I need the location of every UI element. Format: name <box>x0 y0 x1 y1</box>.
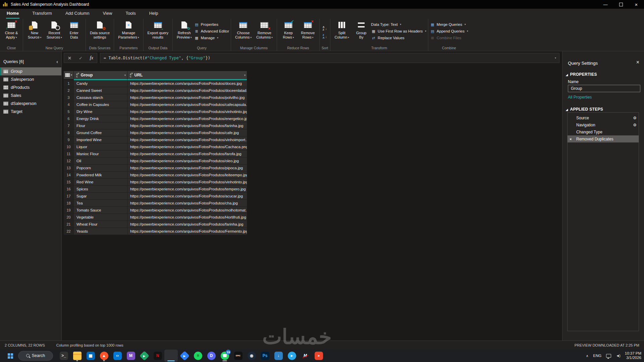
url-cell[interactable]: https://powerbiexperience.com/arquivos/F… <box>127 115 247 122</box>
url-cell[interactable]: https://powerbiexperience.com/arquivos/F… <box>127 179 247 186</box>
group-cell[interactable]: Imported Wine <box>74 136 127 143</box>
use-first-row-as-headers-button[interactable]: ▦ Use First Row as Headers▾ <box>371 28 426 34</box>
split-column-button[interactable]: SplitColumn▾ <box>332 19 352 41</box>
row-number-cell[interactable]: 14 <box>64 172 74 179</box>
close-and-apply-button[interactable]: ×↑ Close &Apply▾ <box>2 19 21 41</box>
status-profiling[interactable]: Column profiling based on top 1000 rows <box>56 343 123 347</box>
row-number-cell[interactable]: 4 <box>64 101 74 108</box>
applied-step[interactable]: Navigation ⚙ <box>568 121 639 128</box>
query-list-item[interactable]: Sales <box>0 92 61 100</box>
photoshop-icon[interactable]: Ps <box>258 350 272 362</box>
query-list-item[interactable]: dSalesperson <box>0 100 61 108</box>
append-queries-button[interactable]: ▤ Append Queries▾ <box>430 28 468 34</box>
formula-input[interactable]: = Table.Distinct(#"Changed Type", {"Grou… <box>100 53 559 63</box>
row-number-cell[interactable]: 8 <box>64 129 74 136</box>
url-cell[interactable]: https://powerbiexperience.com/arquivos/F… <box>127 207 247 214</box>
group-cell[interactable]: Flour <box>74 122 127 129</box>
group-cell[interactable]: Ground Coffee <box>74 129 127 136</box>
group-cell[interactable]: Oil <box>74 158 127 165</box>
url-cell[interactable]: https://powerbiexperience.com/arquivos/F… <box>127 108 247 115</box>
merge-queries-button[interactable]: ▦ Merge Queries▾ <box>430 21 468 27</box>
url-cell[interactable]: https://powerbiexperience.com/arquivos/F… <box>127 80 247 87</box>
row-number-cell[interactable]: 2 <box>64 87 74 94</box>
data-source-settings-button[interactable]: ⚙ Data sourcesettings <box>88 19 112 41</box>
query-list-item[interactable]: Group <box>0 67 61 75</box>
group-by-button[interactable]: GroupBy <box>352 19 371 41</box>
url-cell[interactable]: https://powerbiexperience.com/arquivos/F… <box>127 214 247 221</box>
remove-rows-button[interactable]: × RemoveRows▾ <box>298 19 318 41</box>
export-query-results-button[interactable]: → Export queryresults <box>145 19 171 41</box>
row-number-cell[interactable]: 18 <box>64 200 74 207</box>
group-cell[interactable]: Energy Drink <box>74 115 127 122</box>
group-cell[interactable]: Cassava starch <box>74 94 127 101</box>
query-name-input[interactable] <box>568 85 640 92</box>
recent-sources-button[interactable]: RecentSources▾ <box>44 19 64 41</box>
netflix-icon[interactable]: N <box>151 350 164 362</box>
properties-button[interactable]: ▤ Properties <box>194 21 229 27</box>
vscode-icon[interactable]: ‹› <box>111 350 124 362</box>
discord-icon[interactable]: D <box>205 350 218 362</box>
group-cell[interactable]: Liquor <box>74 143 127 150</box>
tab-transform[interactable]: Transform <box>32 9 53 19</box>
formula-commit-icon[interactable]: ✓ <box>79 56 83 61</box>
idm-icon[interactable]: ↓ <box>272 350 285 362</box>
data-type-button[interactable]: Data Type: Text▾ <box>371 21 426 27</box>
row-number-cell[interactable]: 20 <box>64 214 74 221</box>
tab-help[interactable]: Help <box>149 9 159 19</box>
red-chevron-app-icon[interactable]: » <box>312 350 325 362</box>
url-cell[interactable]: https://powerbiexperience.com/arquivos/F… <box>127 228 247 235</box>
row-number-cell[interactable]: 15 <box>64 179 74 186</box>
url-cell[interactable]: https://powerbiexperience.com/arquivos/F… <box>127 87 247 94</box>
ms-store-icon[interactable]: ▦ <box>84 350 97 362</box>
query-list-item[interactable]: Target <box>0 108 61 116</box>
group-cell[interactable]: Spices <box>74 186 127 193</box>
query-list-item[interactable]: Salesperson <box>0 75 61 83</box>
tab-home[interactable]: Home <box>6 9 19 19</box>
row-number-cell[interactable]: 11 <box>64 150 74 158</box>
column-header-url[interactable]: ABC URL ▾ <box>127 71 247 79</box>
row-number-cell[interactable]: 10 <box>64 143 74 150</box>
clock[interactable]: 10:37 PM 3/1/2026 <box>625 351 641 360</box>
row-number-cell[interactable]: 1 <box>64 80 74 87</box>
sort-ascending-button[interactable]: AZ ↓ <box>321 25 328 32</box>
file-explorer-icon[interactable] <box>70 350 84 362</box>
formula-cancel-icon[interactable]: ✕ <box>68 56 71 61</box>
delete-step-icon[interactable]: × <box>570 137 572 141</box>
brave-browser-icon[interactable]: ▲ <box>97 350 111 362</box>
refresh-preview-button[interactable]: ↻ RefreshPreview▾ <box>174 19 194 41</box>
row-number-cell[interactable]: 13 <box>64 165 74 172</box>
whatsapp-icon[interactable]: ☎ 19 <box>218 350 231 362</box>
start-button[interactable] <box>3 350 17 362</box>
row-number-cell[interactable]: 6 <box>64 115 74 122</box>
applied-step[interactable]: Source ⚙ <box>568 114 639 121</box>
row-number-cell[interactable]: 21 <box>64 221 74 228</box>
row-number-cell[interactable]: 12 <box>64 158 74 165</box>
url-cell[interactable]: https://powerbiexperience.com/arquivos/F… <box>127 165 247 172</box>
tab-add-column[interactable]: Add Column <box>65 9 90 19</box>
group-cell[interactable]: Coffee in Capsules <box>74 101 127 108</box>
panel-close-icon[interactable]: × <box>636 59 639 65</box>
group-cell[interactable]: Popcorn <box>74 165 127 172</box>
choose-columns-button[interactable]: ChooseColumns▾ <box>233 19 254 41</box>
group-cell[interactable]: Vegetable <box>74 214 127 221</box>
group-cell[interactable]: Manioc Flour <box>74 150 127 158</box>
row-number-cell[interactable]: 3 <box>64 94 74 101</box>
m-stripes-app-icon[interactable]: M <box>299 350 312 362</box>
group-cell[interactable]: Powdered Milk <box>74 172 127 179</box>
applied-steps-section-header[interactable]: ◢APPLIED STEPS <box>566 107 603 112</box>
group-cell[interactable]: Tomato Sauce <box>74 207 127 214</box>
url-cell[interactable]: https://powerbiexperience.com/arquivos/F… <box>127 143 247 150</box>
filter-dropdown-icon[interactable]: ▾ <box>242 74 246 77</box>
row-number-cell[interactable]: 5 <box>64 108 74 115</box>
url-cell[interactable]: https://powerbiexperience.com/arquivos/F… <box>127 150 247 158</box>
row-number-cell[interactable]: 17 <box>64 193 74 200</box>
green-play-app-icon[interactable]: ▸ <box>138 350 151 362</box>
hidden-icons-chevron[interactable]: ∧ <box>586 354 588 358</box>
group-cell[interactable]: Dry Wine <box>74 108 127 115</box>
new-source-button[interactable]: NewSource▾ <box>25 19 44 41</box>
collapse-pane-icon[interactable]: ‹ <box>56 59 58 64</box>
group-cell[interactable]: Tea <box>74 200 127 207</box>
replace-values-button[interactable]: ⇄ Replace Values <box>371 35 426 41</box>
url-cell[interactable]: https://powerbiexperience.com/arquivos/F… <box>127 172 247 179</box>
row-number-cell[interactable]: 16 <box>64 186 74 193</box>
